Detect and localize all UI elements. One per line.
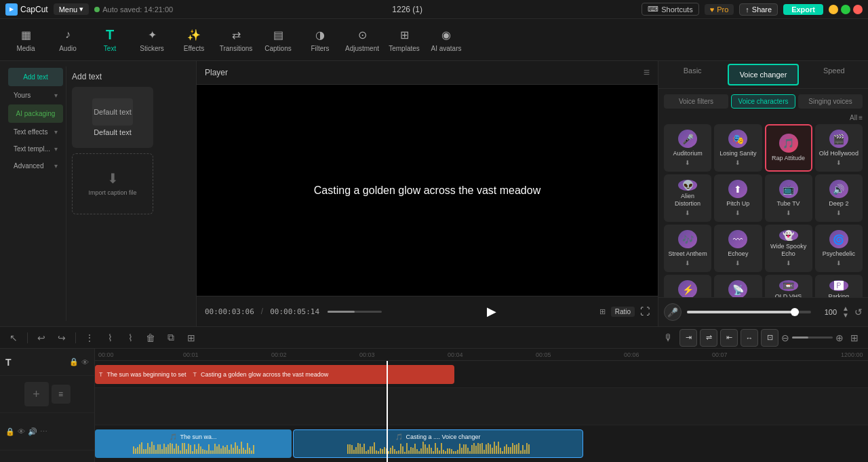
redo-button[interactable]: ↪ — [54, 330, 70, 346]
auditorium-name: Auditorium — [673, 150, 703, 157]
audio-eye-button[interactable]: 👁 — [18, 427, 25, 436]
zoom-out-button[interactable]: ⊖ — [781, 332, 789, 343]
voice-item-tube-tv[interactable]: 📺 Tube TV ⬇ — [765, 174, 812, 222]
voice-item-street-anthem[interactable]: 🎶 Street Anthem ⬇ — [664, 225, 711, 272]
delete-button[interactable]: 🗑 — [142, 330, 159, 346]
adjustment-label: Adjustment — [345, 45, 379, 52]
play-button[interactable]: ▶ — [482, 302, 501, 321]
split-icon-5[interactable]: ⊡ — [761, 329, 778, 347]
voice-item-old-hollywood[interactable]: 🎬 Old Hollywood ⬇ — [815, 124, 863, 172]
audio-clip-2[interactable]: 🎵 Casting a .... Voice changer for(let i… — [293, 429, 583, 458]
group-button[interactable]: ⧉ — [163, 330, 179, 346]
split-icon-2[interactable]: ⇌ — [700, 329, 717, 347]
toolbar-item-captions[interactable]: ▤ Captions — [258, 22, 298, 58]
voice-item-distortion[interactable]: ⚡ Distortion ⬇ — [664, 275, 711, 297]
cursor-tool[interactable]: ↖ — [5, 330, 22, 346]
voice-item-psychedelic[interactable]: 🌀 Psychedelic ⬇ — [815, 225, 863, 272]
volume-reset-button[interactable]: ↺ — [854, 307, 863, 317]
volume-down-button[interactable]: ▼ — [842, 312, 849, 319]
default-text-item[interactable]: Default text Default text — [72, 87, 153, 148]
text-track-label: T 🔒 👁 — [0, 349, 94, 376]
audio-lock-button[interactable]: 🔒 — [5, 427, 15, 436]
sidebar-item-advanced[interactable]: Advanced ▾ — [8, 158, 63, 174]
toolbar-item-adjustment[interactable]: ⊙ Adjustment — [342, 22, 382, 58]
voice-item-pitch-up[interactable]: ⬆ Pitch Up ⬇ — [714, 174, 762, 222]
record-button[interactable]: 🎙 — [660, 330, 677, 346]
zoom-slider[interactable] — [792, 336, 833, 339]
subtab-voice-characters[interactable]: Voice characters — [731, 94, 795, 109]
split-at-playhead[interactable]: ⋮ — [81, 330, 98, 346]
voice-item-rap-attitude[interactable]: 🎵 Rap Attitude — [765, 124, 812, 172]
voice-item-alien-distortion[interactable]: 👽 Alien Distortion ⬇ — [664, 174, 711, 222]
player-subtitle: Casting a golden glow across the vast me… — [300, 179, 554, 202]
toolbar-item-transitions[interactable]: ⇄ Transitions — [216, 22, 256, 58]
toolbar-item-effects[interactable]: ✨ Effects — [174, 22, 214, 58]
audio-track-label: 🔒 👁 🔊 ⋯ — [0, 413, 94, 450]
text-clip-1[interactable]: T The sun was beginning to set T Casting… — [95, 365, 454, 384]
tab-speed[interactable]: Speed — [800, 61, 868, 88]
toolbar-item-templates[interactable]: ⊞ Templates — [384, 22, 425, 58]
zoom-in-button[interactable]: ⊕ — [835, 332, 844, 343]
all-filter-button[interactable]: All ≡ — [850, 114, 863, 121]
split-icon-4[interactable]: ↔ — [741, 329, 758, 347]
maximize-button[interactable] — [841, 5, 850, 14]
menu-button[interactable]: Menu ▾ — [54, 3, 90, 15]
sidebar-item-text-template[interactable]: Text templ... ▾ — [8, 141, 63, 157]
ai-avatars-icon: ◉ — [439, 27, 454, 42]
shortcuts-button[interactable]: ⌨ Shortcuts — [642, 3, 698, 16]
undo-button[interactable]: ↩ — [33, 330, 50, 346]
cover-icon-button[interactable]: ≡ — [52, 385, 71, 404]
minimize-button[interactable] — [829, 5, 838, 14]
pro-button[interactable]: ♥ Pro — [705, 4, 734, 15]
volume-slider[interactable] — [687, 311, 811, 313]
losing-sanity-name: Losing Sanity — [719, 150, 756, 157]
export-button[interactable]: Export — [783, 4, 823, 15]
close-button[interactable] — [853, 5, 863, 14]
split-option3[interactable]: ⌇ — [122, 330, 138, 346]
player-menu-button[interactable]: ≡ — [644, 66, 650, 79]
toolbar-item-ai-avatars[interactable]: ◉ AI avatars — [426, 22, 467, 58]
street-anthem-name: Street Anthem — [669, 250, 707, 258]
sidebar-item-ai-packaging[interactable]: AI packaging — [8, 104, 63, 123]
playhead-line[interactable] — [387, 361, 388, 462]
fit-view-button[interactable]: ⊞ — [599, 307, 606, 316]
tab-basic[interactable]: Basic — [658, 61, 726, 88]
toolbar-item-media[interactable]: ▦ Media — [5, 22, 46, 58]
ratio-button[interactable]: Ratio — [611, 307, 635, 317]
split-icon-3[interactable]: ⇤ — [720, 329, 738, 347]
voice-item-old-vhs-tape[interactable]: 📼 OLD VHS Tape ⬇ — [765, 275, 812, 297]
toolbar-item-stickers[interactable]: ✦ Stickers — [132, 22, 172, 58]
sidebar-item-yours[interactable]: Yours ▾ — [8, 88, 63, 103]
subtab-voice-filters[interactable]: Voice filters — [664, 94, 728, 109]
import-caption-item[interactable]: ⬇ Import caption file — [72, 153, 153, 214]
text-lock-button[interactable]: 🔒 — [69, 358, 79, 366]
split-select[interactable]: ⌇ — [102, 330, 118, 346]
voice-item-alien-radio[interactable]: 📡 Alien Radio ⬇ — [714, 275, 762, 297]
cover-box[interactable]: + — [24, 382, 49, 406]
progress-track[interactable] — [328, 311, 382, 313]
volume-thumb[interactable] — [791, 308, 799, 316]
audio-clip-1[interactable]: 🎵 The sun wa... // Generate waveform bar… — [95, 429, 292, 458]
sidebar-item-text-effects[interactable]: Text effects ▾ — [8, 124, 63, 140]
fullscreen-button[interactable]: ⛶ — [640, 306, 650, 317]
voice-item-wide-spooky-echo[interactable]: 👻 Wide Spooky Echo ⬇ — [765, 225, 812, 272]
split-icon-1[interactable]: ⇥ — [679, 329, 697, 347]
subtab-singing-voices[interactable]: Singing voices — [798, 94, 863, 109]
audio-volume-button[interactable]: 🔊 — [28, 427, 37, 436]
voice-item-auditorium[interactable]: 🎤 Auditorium ⬇ — [664, 124, 711, 172]
toolbar-item-text[interactable]: T Text — [90, 22, 130, 58]
ungroup-button[interactable]: ⊞ — [183, 330, 199, 346]
fit-timeline-button[interactable]: ⊞ — [846, 330, 863, 346]
sidebar-item-add-text[interactable]: Add text — [8, 68, 63, 86]
toolbar-item-audio[interactable]: ♪ Audio — [47, 22, 88, 58]
share-button[interactable]: ↑ Share — [739, 3, 778, 16]
text-eye-button[interactable]: 👁 — [81, 358, 89, 366]
mic-button[interactable]: 🎤 — [664, 303, 682, 321]
voice-item-echoey[interactable]: 〰 Echoey ⬇ — [714, 225, 762, 272]
voice-item-parking-strength[interactable]: 🅿 Parking Strength ⬇ — [815, 275, 863, 297]
audio-more-button[interactable]: ⋯ — [40, 427, 47, 436]
toolbar-item-filters[interactable]: ◑ Filters — [300, 22, 340, 58]
tab-voice-changer[interactable]: Voice changer — [728, 64, 798, 85]
voice-item-losing-sanity[interactable]: 🎭 Losing Sanity ⬇ — [714, 124, 762, 172]
voice-item-deep-2[interactable]: 🔊 Deep 2 ⬇ — [815, 174, 863, 222]
